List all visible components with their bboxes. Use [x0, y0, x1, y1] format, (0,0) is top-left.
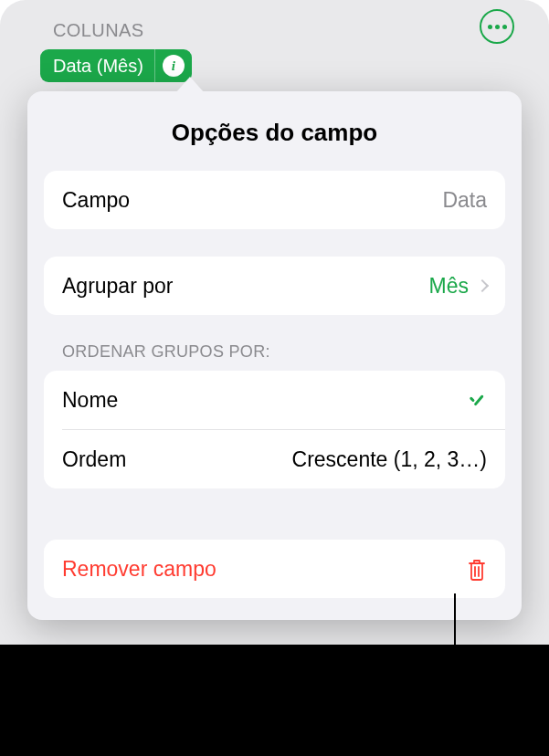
checkmark-icon: [467, 390, 487, 410]
row-order-label: Ordem: [62, 447, 126, 472]
column-chip-label: Data (Mês): [40, 56, 154, 77]
field-options-popover: Opções do campo Campo Data Agrupar por M…: [27, 91, 522, 620]
bottom-bar: [0, 645, 549, 756]
row-group-by[interactable]: Agrupar por Mês: [44, 257, 505, 315]
group-field: Campo Data: [44, 171, 505, 229]
row-group-by-value: Mês: [429, 274, 469, 299]
row-field-label: Campo: [62, 188, 130, 213]
row-group-by-label: Agrupar por: [62, 274, 173, 299]
sort-groups-caption: ORDENAR GRUPOS POR:: [62, 342, 487, 362]
panel-root: COLUNAS Data (Mês) i Opções do campo Cam…: [0, 0, 549, 756]
row-field-value: Data: [442, 188, 487, 213]
trash-icon: [467, 558, 487, 580]
info-icon: i: [163, 55, 185, 77]
row-remove-field[interactable]: Remover campo: [44, 540, 505, 598]
popover-pointer: [175, 77, 205, 93]
row-order-value: Crescente (1, 2, 3…): [292, 447, 487, 472]
more-options-button[interactable]: [480, 9, 514, 44]
column-chip-row: Data (Mês) i: [40, 49, 192, 82]
group-groupby: Agrupar por Mês: [44, 257, 505, 315]
row-order[interactable]: Ordem Crescente (1, 2, 3…): [44, 430, 505, 488]
row-sort-name-label: Nome: [62, 388, 118, 413]
ellipsis-icon: [488, 25, 492, 29]
group-remove: Remover campo: [44, 540, 505, 598]
row-remove-label: Remover campo: [62, 557, 216, 582]
column-chip[interactable]: Data (Mês) i: [40, 49, 192, 82]
row-field[interactable]: Campo Data: [44, 171, 505, 229]
row-group-by-right: Mês: [429, 274, 487, 299]
row-sort-name[interactable]: Nome: [44, 371, 505, 429]
section-header-columns: COLUNAS: [53, 20, 144, 41]
popover-title: Opções do campo: [27, 91, 522, 171]
callout-line: [454, 593, 456, 730]
group-sort: Nome Ordem Crescente (1, 2, 3…): [44, 371, 505, 488]
chevron-right-icon: [476, 279, 489, 292]
